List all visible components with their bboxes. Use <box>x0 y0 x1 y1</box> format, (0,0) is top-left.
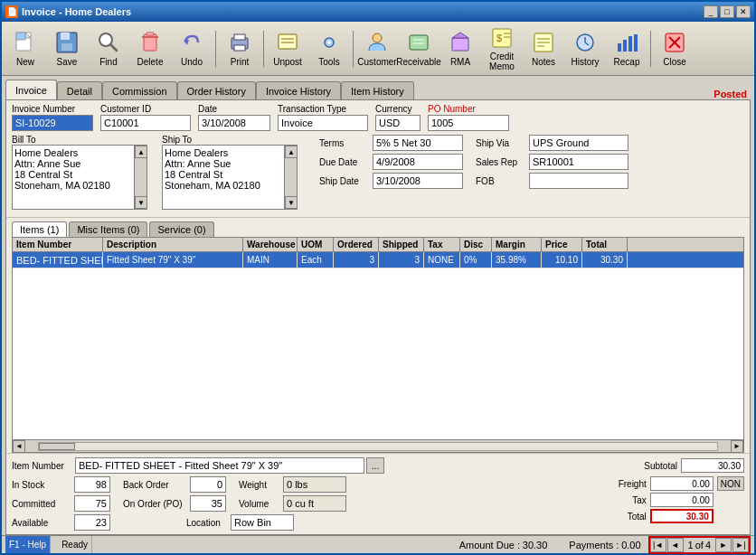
po-number-label: PO Number <box>428 104 509 114</box>
invoice-number-input[interactable] <box>12 115 93 131</box>
creditmemo-button[interactable]: $ Credit Memo <box>482 25 522 72</box>
tab-invoice-history[interactable]: Invoice History <box>256 81 341 99</box>
transaction-type-input[interactable] <box>278 115 368 131</box>
due-date-label: Due Date <box>319 157 369 167</box>
in-stock-row: In Stock Back Order Weight <box>12 476 346 493</box>
tab-invoice[interactable]: Invoice <box>5 80 57 99</box>
save-button[interactable]: Save <box>47 25 87 72</box>
payments-label: Payments : <box>569 540 619 550</box>
date-input[interactable] <box>198 115 270 131</box>
ship-to-scroll-down[interactable]: ▼ <box>285 196 298 209</box>
location-input[interactable] <box>231 514 294 531</box>
svg-rect-5 <box>61 43 72 51</box>
recap-icon <box>614 30 639 55</box>
tab-commission[interactable]: Commission <box>102 81 177 99</box>
close-button[interactable]: Close <box>655 25 695 72</box>
in-stock-input[interactable] <box>74 476 110 493</box>
committed-input[interactable] <box>74 495 110 512</box>
subtab-misc[interactable]: Misc Items (0) <box>69 221 147 237</box>
form-row-address: Bill To Home Dealers Attn: Anne Sue 18 C… <box>12 135 744 210</box>
committed-row: Committed On Order (PO) Volume <box>12 495 346 512</box>
total-value: 30.30 <box>650 509 713 523</box>
right-totals: Freight 0.00 NON Tax 0.00 Total 30.30 <box>601 476 744 531</box>
recap-label: Recap <box>614 57 640 67</box>
volume-input <box>283 495 346 512</box>
tab-order-history[interactable]: Order History <box>177 81 256 99</box>
item-number-detail-input[interactable] <box>75 457 364 474</box>
minimize-button[interactable]: _ <box>704 5 718 18</box>
bill-to-line-4: Stoneham, MA 02180 <box>14 180 145 191</box>
col-header-uom: UOM <box>298 238 334 251</box>
bill-to-label: Bill To <box>12 135 147 145</box>
fob-input[interactable] <box>529 173 628 189</box>
status-bar: F1 - Help Ready Amount Due : 30.30 Payme… <box>2 535 754 553</box>
grand-total-row: Total 30.30 <box>601 509 744 523</box>
find-button[interactable]: Find <box>89 25 128 72</box>
main-window: 📄 Invoice - Home Dealers _ □ ✕ New Save <box>0 0 756 555</box>
table-row[interactable]: BED- FITTED SHEET ▼ Fitted Sheet 79" X 3… <box>13 252 743 268</box>
customer-button[interactable]: Customer <box>357 25 397 72</box>
cell-item-number: BED- FITTED SHEET ▼ <box>13 252 103 268</box>
unpost-button[interactable]: Unpost <box>268 25 307 72</box>
subtab-items[interactable]: Items (1) <box>12 221 67 237</box>
bill-to-scroll-up[interactable]: ▲ <box>135 146 147 158</box>
scroll-right-btn[interactable]: ► <box>731 440 743 453</box>
ship-to-box: Home Dealers Attn: Anne Sue 18 Central S… <box>162 145 298 210</box>
nav-prev-btn[interactable]: ◄ <box>667 538 684 552</box>
recap-button[interactable]: Recap <box>607 25 647 72</box>
cell-description: Fitted Sheet 79" X 39" <box>103 252 243 268</box>
undo-button[interactable]: Undo <box>172 25 212 72</box>
item-detail-browse-btn[interactable]: ... <box>366 457 384 474</box>
grid-header: Item Number Description Warehouse UOM Or… <box>13 238 743 252</box>
notes-button[interactable]: Notes <box>524 25 563 72</box>
print-button[interactable]: Print <box>220 25 260 72</box>
customer-id-input[interactable] <box>100 115 191 131</box>
currency-input[interactable] <box>375 115 421 131</box>
nav-controls: |◄ ◄ 1 of 4 ► ►| <box>648 536 751 554</box>
field-customer-id: Customer ID <box>100 104 191 131</box>
form-row-1: Invoice Number Customer ID Date Transact… <box>12 104 744 131</box>
amount-due-value: 30.30 <box>523 540 548 550</box>
available-input[interactable] <box>74 514 110 531</box>
scroll-left-btn[interactable]: ◄ <box>13 440 25 453</box>
nav-last-btn[interactable]: ►| <box>732 538 749 552</box>
scroll-thumb-h[interactable] <box>39 443 75 450</box>
ship-date-input[interactable] <box>373 173 463 189</box>
close-window-button[interactable]: ✕ <box>736 5 751 18</box>
back-order-input[interactable] <box>190 476 226 493</box>
receivable-button[interactable]: Receivable <box>399 25 439 72</box>
on-order-input[interactable] <box>190 495 226 512</box>
grid-scrollbar-h[interactable]: ◄ ► <box>13 439 743 452</box>
tab-detail[interactable]: Detail <box>57 81 102 99</box>
history-button[interactable]: History <box>565 25 605 72</box>
title-controls[interactable]: _ □ ✕ <box>704 5 751 18</box>
delete-button[interactable]: Delete <box>130 25 170 72</box>
bottom-detail-section: Item Number ... Subtotal 30.30 In Stock <box>6 453 750 534</box>
sales-rep-input[interactable] <box>529 154 628 170</box>
left-detail-fields: In Stock Back Order Weight Committed On … <box>12 476 346 531</box>
terms-row: Terms Ship Via <box>319 135 628 151</box>
svg-rect-40 <box>634 34 638 52</box>
bill-to-scroll-down[interactable]: ▼ <box>135 196 147 209</box>
new-button[interactable]: New <box>5 25 45 72</box>
po-number-input[interactable] <box>428 115 509 131</box>
tab-item-history[interactable]: Item History <box>341 81 414 99</box>
nav-next-btn[interactable]: ► <box>715 538 732 552</box>
ship-to-scroll-up[interactable]: ▲ <box>285 146 298 158</box>
tools-label: Tools <box>318 57 339 67</box>
svg-point-20 <box>373 33 382 42</box>
rma-button[interactable]: RMA <box>440 25 480 72</box>
ship-date-label: Ship Date <box>319 176 369 186</box>
tools-button[interactable]: Tools <box>309 25 349 72</box>
subtotal-label: Subtotal <box>632 461 677 471</box>
nav-first-btn[interactable]: |◄ <box>650 538 666 552</box>
amount-due-text: Amount Due : 30.30 <box>459 540 548 550</box>
app-icon: 📄 <box>5 5 18 18</box>
committed-label: Committed <box>12 499 71 509</box>
due-date-input[interactable] <box>373 154 463 170</box>
maximize-button[interactable]: □ <box>720 5 734 18</box>
terms-input[interactable] <box>373 135 463 151</box>
ship-via-input[interactable] <box>529 135 628 151</box>
svg-rect-37 <box>618 43 621 52</box>
subtab-service[interactable]: Service (0) <box>149 221 213 237</box>
